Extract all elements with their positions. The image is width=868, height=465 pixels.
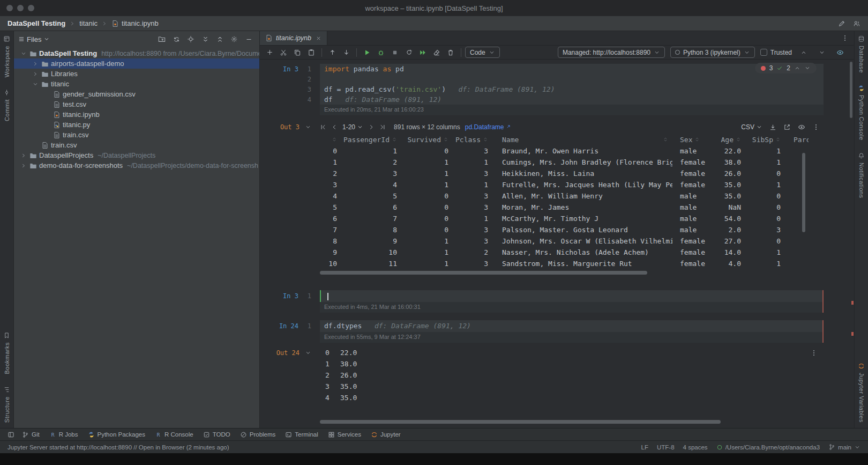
- tool-windows-icon[interactable]: [4, 429, 17, 440]
- code-line[interactable]: df = pd.read_csv('train.csv') df: DataFr…: [320, 84, 824, 94]
- new-folder-icon[interactable]: [155, 33, 168, 45]
- chevron-right-icon[interactable]: [19, 163, 28, 169]
- download-icon[interactable]: [769, 124, 776, 131]
- export-format-select[interactable]: CSV: [741, 123, 762, 131]
- tree-item-airports-dataspell-demo[interactable]: airports-dataspell-demo: [14, 58, 259, 69]
- column-header-index[interactable]: [320, 134, 341, 145]
- page-range-select[interactable]: 1-20: [342, 123, 363, 131]
- code-line[interactable]: [320, 290, 824, 302]
- open-in-new-icon[interactable]: [783, 123, 791, 131]
- copy-cell-icon[interactable]: [291, 47, 304, 58]
- column-header-pclass[interactable]: Pclass: [453, 134, 492, 145]
- first-page-icon[interactable]: [320, 124, 326, 130]
- delete-cell-icon[interactable]: [444, 47, 457, 58]
- eye-icon[interactable]: [834, 47, 847, 58]
- column-header-survived[interactable]: Survived: [401, 134, 453, 145]
- tab-close-icon[interactable]: [316, 35, 321, 41]
- chevron-down-icon[interactable]: [31, 81, 40, 87]
- dataframe-type-link[interactable]: pd.Dataframe: [465, 123, 511, 131]
- tool-stripe-structure[interactable]: Structure: [3, 386, 10, 423]
- cell-type-select[interactable]: Code: [465, 47, 500, 58]
- code-with-me-icon[interactable]: [853, 20, 860, 27]
- toolwindow-services[interactable]: Services: [323, 429, 366, 440]
- kernel-select[interactable]: Python 3 (ipykernel): [670, 47, 755, 58]
- tree-item-train-csv[interactable]: train.csv: [14, 140, 259, 150]
- move-cell-up-icon[interactable]: [326, 47, 339, 58]
- last-page-icon[interactable]: [379, 124, 386, 130]
- chevron-down-icon[interactable]: [19, 50, 28, 57]
- tree-item-titanic-py[interactable]: titanic.py: [14, 120, 259, 130]
- output-collapse-chevron-icon[interactable]: [305, 350, 311, 356]
- expand-all-cells-icon[interactable]: [815, 47, 828, 58]
- code-line[interactable]: import pandas as pd: [320, 64, 824, 74]
- tool-stripe-jupyter-variables[interactable]: Jupyter Variables: [858, 363, 865, 423]
- kebab-menu-icon[interactable]: [810, 347, 820, 358]
- indent-indicator[interactable]: 4 spaces: [683, 444, 708, 451]
- trusted-checkbox[interactable]: Trusted: [760, 49, 792, 56]
- tree-item-titanic[interactable]: titanic: [14, 79, 259, 89]
- tree-item-demo-data-for-screenshots[interactable]: demo-data-for-screenshots~/DataspellProj…: [14, 160, 259, 171]
- toolwindow-problems[interactable]: Problems: [235, 429, 281, 440]
- close-button[interactable]: [6, 5, 13, 11]
- kebab-menu-icon[interactable]: [812, 123, 820, 131]
- locate-icon[interactable]: [184, 33, 197, 45]
- jupyter-server-select[interactable]: Managed: http://localhost:8890: [558, 47, 665, 58]
- settings-icon[interactable]: [228, 33, 241, 45]
- tree-item-dataspellprojects[interactable]: DataspellProjects~/DataspellProjects: [14, 150, 259, 160]
- column-header-age[interactable]: Age: [710, 134, 745, 145]
- breadcrumb-file[interactable]: titanic.ipynb: [111, 19, 159, 27]
- table-horizontal-scrollbar[interactable]: [320, 271, 809, 275]
- column-header-sex[interactable]: Sex: [672, 134, 710, 145]
- hide-icon[interactable]: [242, 33, 255, 45]
- toolwindow-r-jobs[interactable]: RR Jobs: [44, 429, 83, 440]
- tree-item-test-csv[interactable]: test.csv: [14, 99, 259, 109]
- tree-item-dataspell-testing[interactable]: DataSpell Testinghttp://localhost:8890 f…: [14, 48, 259, 58]
- breadcrumb-folder[interactable]: titanic: [79, 19, 98, 27]
- chevron-right-icon[interactable]: [31, 71, 40, 77]
- sync-icon[interactable]: [170, 33, 183, 45]
- inspections-widget[interactable]: 3 2: [755, 63, 817, 73]
- column-header-sibsp[interactable]: SibSp: [745, 134, 785, 145]
- next-page-icon[interactable]: [368, 124, 375, 130]
- code-line[interactable]: df df: DataFrame (891, 12): [320, 94, 824, 105]
- code-line[interactable]: df.dtypes df: DataFrame (891, 12): [320, 320, 824, 332]
- toolwindow-r-console[interactable]: RR Console: [150, 429, 198, 440]
- scrollbar-thumb[interactable]: [320, 420, 721, 424]
- minimize-button[interactable]: [17, 5, 24, 11]
- git-branch-indicator[interactable]: main: [828, 444, 860, 451]
- restart-kernel-icon[interactable]: [402, 47, 415, 58]
- toolwindow-todo[interactable]: TODO: [198, 429, 235, 440]
- tool-stripe-workspace[interactable]: Workspace: [3, 35, 10, 77]
- add-cell-icon[interactable]: [263, 47, 276, 58]
- prev-problem-icon[interactable]: [794, 65, 800, 71]
- toolwindow-terminal[interactable]: Terminal: [280, 429, 323, 440]
- edit-icon[interactable]: [838, 20, 845, 27]
- toolwindow-python-packages[interactable]: Python Packages: [83, 429, 151, 440]
- toolwindow-jupyter[interactable]: Jupyter: [366, 429, 406, 440]
- line-separator-indicator[interactable]: LF: [641, 444, 648, 451]
- tool-stripe-notifications[interactable]: Notifications: [858, 152, 865, 198]
- tool-stripe-bookmarks[interactable]: Bookmarks: [3, 332, 10, 374]
- run-cell-icon[interactable]: [361, 47, 373, 58]
- debug-cell-icon[interactable]: [375, 47, 387, 58]
- interrupt-kernel-icon[interactable]: [388, 47, 401, 58]
- tree-item-gender-submission-csv[interactable]: gender_submission.csv: [14, 89, 259, 99]
- chevron-right-icon[interactable]: [31, 61, 40, 67]
- column-header-name[interactable]: Name: [492, 134, 672, 145]
- toolwindow-git[interactable]: Git: [17, 429, 44, 440]
- paste-cell-icon[interactable]: [305, 47, 318, 58]
- collapse-all-cells-icon[interactable]: [797, 47, 810, 58]
- tool-stripe-commit[interactable]: Commit: [3, 89, 10, 121]
- column-header-passengerid[interactable]: PassengerId: [341, 134, 401, 145]
- files-view-select[interactable]: Files: [18, 35, 50, 43]
- clear-outputs-icon[interactable]: [430, 47, 443, 58]
- move-cell-down-icon[interactable]: [340, 47, 353, 58]
- zoom-button[interactable]: [28, 5, 34, 11]
- editor-vertical-scrollbar[interactable]: [850, 62, 852, 118]
- status-message[interactable]: Jupyter Server started at http://localho…: [8, 444, 229, 451]
- table-vertical-scrollbar[interactable]: [802, 153, 805, 232]
- cut-cell-icon[interactable]: [277, 47, 290, 58]
- collapse-all-icon[interactable]: [213, 33, 226, 45]
- output-collapse-chevron-icon[interactable]: [305, 124, 311, 130]
- column-header-parc[interactable]: Parc: [785, 134, 809, 145]
